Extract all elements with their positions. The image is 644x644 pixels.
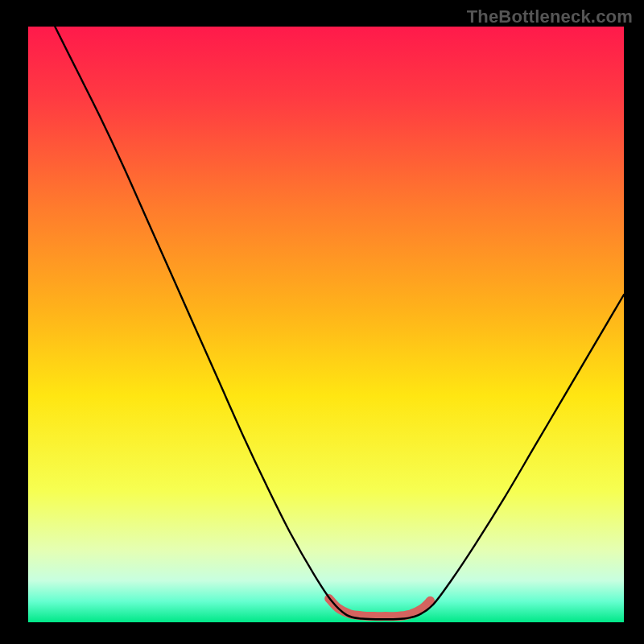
bottleneck-chart xyxy=(0,0,644,644)
watermark-text: TheBottleneck.com xyxy=(467,6,633,27)
chart-container: TheBottleneck.com xyxy=(0,0,644,644)
plot-background xyxy=(28,27,624,622)
